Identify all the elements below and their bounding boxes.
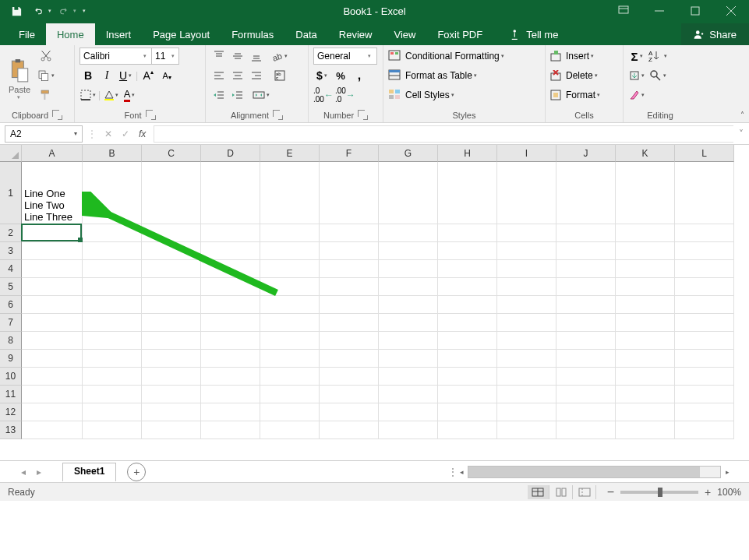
col-header-I[interactable]: I bbox=[497, 145, 556, 162]
cell-L11[interactable] bbox=[675, 386, 734, 403]
cell-F1[interactable] bbox=[320, 162, 379, 224]
cell-A12[interactable] bbox=[22, 403, 83, 421]
tab-view[interactable]: View bbox=[383, 23, 426, 45]
cell-J7[interactable] bbox=[556, 314, 616, 332]
cancel-formula-icon[interactable]: ✕ bbox=[104, 129, 112, 139]
minimize-button[interactable] bbox=[641, 0, 677, 22]
cell-H8[interactable] bbox=[438, 332, 497, 350]
view-page-break[interactable] bbox=[574, 485, 596, 499]
cell-F2[interactable] bbox=[320, 224, 379, 242]
row-header-9[interactable]: 9 bbox=[0, 350, 22, 368]
cell-B8[interactable] bbox=[83, 332, 142, 350]
row-header-12[interactable]: 12 bbox=[0, 403, 22, 421]
cell-D2[interactable] bbox=[201, 224, 260, 242]
sheet-nav-next[interactable]: ▸ bbox=[37, 467, 41, 477]
cell-I8[interactable] bbox=[497, 332, 556, 350]
cell-I2[interactable] bbox=[497, 224, 556, 242]
cell-E11[interactable] bbox=[260, 386, 320, 403]
zoom-slider[interactable] bbox=[620, 491, 698, 494]
row-header-4[interactable]: 4 bbox=[0, 260, 22, 278]
cell-I12[interactable] bbox=[497, 403, 556, 421]
col-header-K[interactable]: K bbox=[616, 145, 675, 162]
cell-C10[interactable] bbox=[142, 368, 201, 386]
wrap-text-button[interactable]: abc bbox=[271, 67, 288, 84]
cell-L10[interactable] bbox=[675, 368, 734, 386]
align-right[interactable] bbox=[248, 67, 265, 84]
cell-L13[interactable] bbox=[675, 421, 734, 439]
increase-decimal-button[interactable]: .0.00← bbox=[313, 86, 334, 104]
comma-button[interactable]: , bbox=[351, 67, 368, 84]
cell-H9[interactable] bbox=[438, 350, 497, 368]
cell-B7[interactable] bbox=[83, 314, 142, 332]
cell-A2[interactable] bbox=[22, 224, 83, 242]
col-header-D[interactable]: D bbox=[201, 145, 260, 162]
decrease-font-button[interactable]: A▾ bbox=[158, 67, 175, 84]
cell-B5[interactable] bbox=[83, 278, 142, 296]
cell-F11[interactable] bbox=[320, 386, 379, 403]
number-dialog-launcher[interactable] bbox=[359, 111, 368, 120]
select-all-corner[interactable] bbox=[0, 145, 22, 162]
cell-K10[interactable] bbox=[616, 368, 675, 386]
cell-D1[interactable] bbox=[201, 162, 260, 224]
cell-E7[interactable] bbox=[260, 314, 320, 332]
cell-L8[interactable] bbox=[675, 332, 734, 350]
sheet-nav-prev[interactable]: ◂ bbox=[21, 467, 26, 477]
cell-A5[interactable] bbox=[22, 278, 83, 296]
cell-L7[interactable] bbox=[675, 314, 734, 332]
underline-button[interactable]: U bbox=[117, 67, 134, 84]
cell-K9[interactable] bbox=[616, 350, 675, 368]
cell-E1[interactable] bbox=[260, 162, 320, 224]
row-header-2[interactable]: 2 bbox=[0, 224, 22, 242]
cell-D6[interactable] bbox=[201, 296, 260, 314]
cell-G2[interactable] bbox=[379, 224, 438, 242]
autosum-button[interactable]: Σ bbox=[628, 48, 645, 65]
decrease-indent-button[interactable] bbox=[210, 86, 228, 104]
row-header-10[interactable]: 10 bbox=[0, 368, 22, 386]
currency-button[interactable]: $ bbox=[313, 67, 330, 84]
format-cells-button[interactable]: Format bbox=[550, 86, 618, 104]
cell-G8[interactable] bbox=[379, 332, 438, 350]
cell-K12[interactable] bbox=[616, 403, 675, 421]
cell-F6[interactable] bbox=[320, 296, 379, 314]
cell-G9[interactable] bbox=[379, 350, 438, 368]
tab-file[interactable]: File bbox=[8, 23, 46, 45]
col-header-E[interactable]: E bbox=[260, 145, 320, 162]
cell-L2[interactable] bbox=[675, 224, 734, 242]
col-header-H[interactable]: H bbox=[438, 145, 497, 162]
row-header-11[interactable]: 11 bbox=[0, 386, 22, 403]
row-header-7[interactable]: 7 bbox=[0, 314, 22, 332]
font-size-input[interactable] bbox=[151, 48, 179, 65]
cell-I11[interactable] bbox=[497, 386, 556, 403]
cell-C7[interactable] bbox=[142, 314, 201, 332]
align-middle[interactable] bbox=[229, 48, 246, 65]
hscroll-left[interactable]: ◂ bbox=[455, 468, 468, 476]
alignment-dialog-launcher[interactable] bbox=[274, 111, 283, 120]
cell-L4[interactable] bbox=[675, 260, 734, 278]
cell-D8[interactable] bbox=[201, 332, 260, 350]
cell-K4[interactable] bbox=[616, 260, 675, 278]
delete-cells-button[interactable]: Delete bbox=[550, 67, 618, 84]
cell-G12[interactable] bbox=[379, 403, 438, 421]
format-painter-button[interactable] bbox=[37, 86, 55, 104]
cell-I13[interactable] bbox=[497, 421, 556, 439]
tab-home[interactable]: Home bbox=[46, 23, 95, 45]
cell-K2[interactable] bbox=[616, 224, 675, 242]
cell-L6[interactable] bbox=[675, 296, 734, 314]
align-center[interactable] bbox=[229, 67, 246, 84]
maximize-button[interactable] bbox=[677, 0, 713, 22]
row-header-13[interactable]: 13 bbox=[0, 421, 22, 439]
row-header-5[interactable]: 5 bbox=[0, 278, 22, 296]
cell-C9[interactable] bbox=[142, 350, 201, 368]
cell-H3[interactable] bbox=[438, 242, 497, 260]
new-sheet-button[interactable]: + bbox=[127, 463, 146, 481]
view-page-layout[interactable] bbox=[551, 485, 573, 499]
formula-input[interactable] bbox=[154, 125, 733, 143]
cell-B2[interactable] bbox=[83, 224, 142, 242]
cell-J1[interactable] bbox=[556, 162, 616, 224]
cell-B12[interactable] bbox=[83, 403, 142, 421]
expand-formula-bar[interactable]: ˅ bbox=[733, 129, 749, 139]
cell-H2[interactable] bbox=[438, 224, 497, 242]
cell-styles-button[interactable]: Cell Styles bbox=[388, 86, 540, 104]
ribbon-display-options[interactable] bbox=[606, 0, 641, 22]
tab-foxit-pdf[interactable]: Foxit PDF bbox=[426, 23, 493, 45]
